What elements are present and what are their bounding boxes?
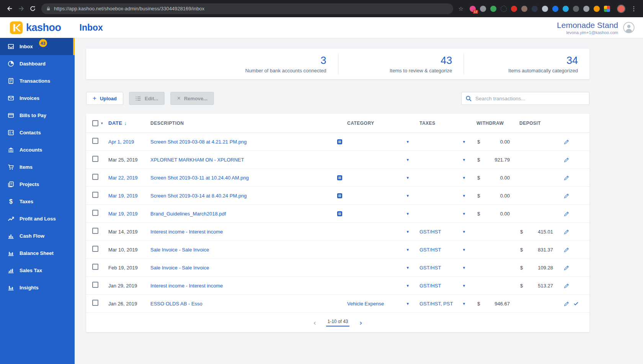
taxes-dropdown-icon[interactable]: ▾	[463, 139, 465, 144]
extension-icon[interactable]	[594, 6, 600, 12]
row-checkbox[interactable]	[92, 282, 98, 288]
sidebar-item-profit-and-loss[interactable]: Profit and Loss	[0, 210, 75, 227]
extension-icon[interactable]	[542, 6, 548, 12]
sidebar-item-inbox[interactable]: Inbox 43	[0, 38, 75, 55]
category-dropdown-icon[interactable]: ▾	[406, 283, 409, 288]
extension-icon[interactable]	[573, 6, 579, 12]
taxes-dropdown-icon[interactable]: ▾	[463, 265, 465, 270]
column-header-description[interactable]: DESCRIPTION	[150, 121, 337, 126]
extension-icon[interactable]	[583, 6, 589, 12]
row-checkbox[interactable]	[92, 174, 98, 180]
bookmark-star-icon[interactable]: ☆	[459, 5, 463, 12]
category-dropdown-icon[interactable]: ▾	[406, 247, 409, 252]
edit-row-icon[interactable]	[563, 300, 570, 307]
sidebar-item-projects[interactable]: Projects	[0, 176, 75, 193]
kashoo-logo[interactable]: kashoo	[10, 21, 61, 34]
extension-icon[interactable]	[552, 6, 558, 12]
row-checkbox[interactable]	[92, 192, 98, 198]
category-dropdown-icon[interactable]: ▾	[406, 229, 409, 234]
extension-icon[interactable]	[490, 6, 496, 12]
user-avatar-icon[interactable]	[623, 22, 635, 33]
edit-row-icon[interactable]	[563, 193, 570, 199]
edit-row-icon[interactable]	[563, 175, 570, 181]
row-checkbox[interactable]	[92, 300, 98, 306]
sidebar-item-bills-to-pay[interactable]: Bills to Pay	[0, 107, 75, 124]
address-bar[interactable]: https://app.kashoo.net/shoebox-admin/bus…	[41, 3, 453, 14]
column-header-category[interactable]: CATEGORY	[337, 121, 413, 126]
edit-row-icon[interactable]	[563, 211, 570, 217]
row-taxes[interactable]: GST/HST, PST	[419, 301, 453, 307]
extension-icon[interactable]	[521, 6, 527, 12]
edit-row-icon[interactable]	[563, 229, 570, 235]
sidebar-item-accounts[interactable]: Accounts	[0, 141, 75, 158]
camera-extension-icon[interactable]	[480, 6, 486, 12]
select-menu-caret-icon[interactable]: ▾	[101, 121, 103, 125]
taxes-dropdown-icon[interactable]: ▾	[463, 301, 465, 306]
search-input[interactable]	[475, 96, 585, 101]
sidebar-item-transactions[interactable]: Transactions	[0, 72, 75, 90]
row-description-link[interactable]: ESSO OLDS AB - Esso	[150, 301, 202, 307]
row-checkbox[interactable]	[92, 246, 98, 252]
row-checkbox[interactable]	[92, 228, 98, 234]
select-all-checkbox[interactable]	[92, 120, 98, 126]
row-description-link[interactable]: Screen Shot 2019-03-14 at 8.40.24 PM.png	[150, 193, 247, 199]
google-apps-grid-icon[interactable]	[604, 6, 610, 12]
sidebar-item-items[interactable]: Items	[0, 158, 75, 176]
column-header-date[interactable]: DATE↓	[108, 120, 150, 126]
row-checkbox[interactable]	[92, 138, 98, 144]
row-description-link[interactable]: Brand_Guidelines_March2018.pdf	[150, 211, 226, 217]
column-header-deposit[interactable]: DEPOSIT	[513, 121, 557, 126]
browser-menu-icon[interactable]: ⋮	[631, 5, 637, 12]
row-description-link[interactable]: Screen Shot 2019-03-11 at 10.24.40 AM.pn…	[150, 175, 249, 181]
category-dropdown-icon[interactable]: ▾	[406, 139, 409, 144]
edit-row-icon[interactable]	[563, 246, 570, 253]
row-description-link[interactable]: Screen Shot 2019-03-08 at 4.21.21 PM.png	[150, 139, 247, 145]
sidebar-item-invoices[interactable]: Invoices	[0, 90, 75, 107]
category-dropdown-icon[interactable]: ▾	[406, 301, 409, 306]
taxes-dropdown-icon[interactable]: ▾	[463, 211, 465, 216]
extension-icon[interactable]	[511, 6, 517, 12]
edit-row-icon[interactable]	[563, 282, 570, 289]
extension-icon[interactable]: 12	[470, 6, 476, 12]
sidebar-item-cash-flow[interactable]: Cash Flow	[0, 227, 75, 245]
category-dropdown-icon[interactable]: ▾	[406, 211, 409, 216]
taxes-dropdown-icon[interactable]: ▾	[463, 247, 465, 252]
sidebar-item-balance-sheet[interactable]: Balance Sheet	[0, 245, 75, 262]
category-dropdown-icon[interactable]: ▾	[406, 265, 409, 270]
edit-row-icon[interactable]	[563, 157, 570, 163]
column-header-withdraw[interactable]: WITHDRAW	[469, 121, 513, 126]
row-description-link[interactable]: Interest income - Interest income	[150, 283, 223, 289]
sidebar-item-contacts[interactable]: Contacts	[0, 124, 75, 141]
category-dropdown-icon[interactable]: ▾	[406, 157, 409, 162]
sidebar-item-taxes[interactable]: $ Taxes	[0, 193, 75, 210]
category-dropdown-icon[interactable]: ▾	[406, 175, 409, 180]
column-header-taxes[interactable]: TAXES	[413, 121, 469, 126]
back-icon[interactable]	[5, 4, 15, 14]
forward-icon[interactable]	[16, 4, 26, 14]
extension-icon[interactable]	[501, 6, 507, 12]
row-taxes[interactable]: GST/HST	[419, 283, 441, 289]
row-category[interactable]: Vehicle Expense	[347, 301, 384, 307]
browser-profile-avatar[interactable]	[617, 5, 625, 13]
category-dropdown-icon[interactable]: ▾	[406, 193, 409, 198]
sidebar-item-sales-tax[interactable]: Sales Tax	[0, 262, 75, 279]
row-checkbox[interactable]	[92, 264, 98, 270]
taxes-dropdown-icon[interactable]: ▾	[463, 283, 465, 288]
row-description-link[interactable]: XPLORNET MARKHAM ON - XPLORNET	[150, 157, 244, 163]
taxes-dropdown-icon[interactable]: ▾	[463, 157, 465, 162]
row-taxes[interactable]: GST/HST	[419, 247, 441, 253]
previous-page-icon[interactable]: ‹	[313, 318, 316, 327]
edit-row-icon[interactable]	[563, 264, 570, 271]
reload-icon[interactable]	[28, 4, 38, 14]
upload-button[interactable]: + Upload	[86, 92, 123, 105]
row-description-link[interactable]: Interest income - Interest income	[150, 229, 223, 235]
confirm-row-icon[interactable]	[573, 300, 579, 307]
extension-icon[interactable]	[563, 6, 569, 12]
edit-row-icon[interactable]	[563, 139, 570, 145]
row-description-link[interactable]: Sale Invoice - Sale Invoice	[150, 265, 209, 271]
sidebar-item-insights[interactable]: Insights	[0, 279, 75, 296]
row-taxes[interactable]: GST/HST	[419, 265, 441, 271]
row-taxes[interactable]: GST/HST	[419, 229, 441, 235]
taxes-dropdown-icon[interactable]: ▾	[463, 193, 465, 198]
row-checkbox[interactable]	[92, 156, 98, 162]
